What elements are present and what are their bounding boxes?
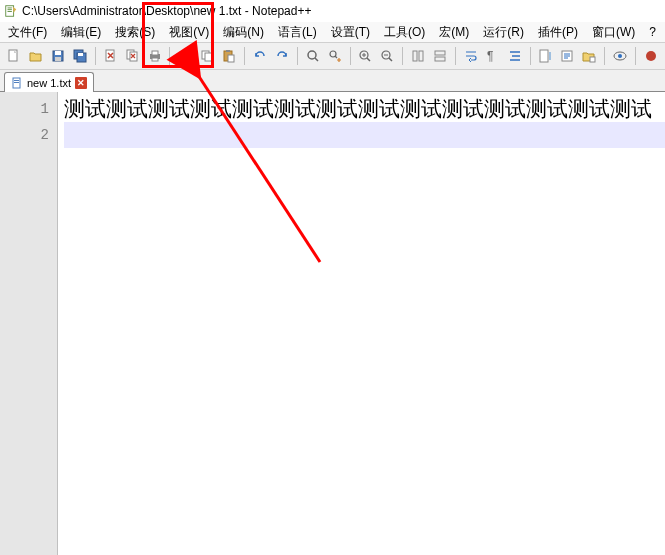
tabbar: new 1.txt ✕ (0, 70, 665, 92)
menu-search[interactable]: 搜索(S) (109, 22, 161, 43)
line-number-gutter: 1 2 (0, 92, 58, 555)
new-file-button[interactable] (4, 45, 24, 67)
toolbar-separator (402, 47, 403, 65)
toolbar-separator (244, 47, 245, 65)
menu-encoding[interactable]: 编码(N) (217, 22, 270, 43)
menu-settings[interactable]: 设置(T) (325, 22, 376, 43)
menu-file[interactable]: 文件(F) (2, 22, 53, 43)
svg-rect-2 (8, 9, 12, 10)
print-button[interactable] (145, 45, 165, 67)
svg-rect-1 (8, 8, 12, 9)
svg-rect-33 (540, 50, 548, 62)
file-tab[interactable]: new 1.txt ✕ (4, 72, 94, 92)
record-macro-button[interactable] (641, 45, 661, 67)
svg-point-24 (308, 51, 316, 59)
svg-rect-22 (226, 50, 230, 52)
save-button[interactable] (48, 45, 68, 67)
tab-label: new 1.txt (27, 77, 71, 89)
editor-area: 1 2 测试测试测试测试测试测试测试测试测试测试测试测试测试测试 (0, 92, 665, 555)
svg-point-39 (646, 51, 656, 61)
menu-macro[interactable]: 宏(M) (433, 22, 475, 43)
menu-run[interactable]: 运行(R) (477, 22, 530, 43)
doc-map-button[interactable] (536, 45, 556, 67)
close-button[interactable] (101, 45, 121, 67)
wordwrap-button[interactable] (461, 45, 481, 67)
line-number: 1 (0, 96, 49, 122)
svg-rect-7 (55, 57, 61, 61)
svg-rect-15 (152, 51, 158, 55)
svg-rect-31 (435, 57, 445, 61)
line-number: 2 (0, 122, 49, 148)
text-editor[interactable]: 测试测试测试测试测试测试测试测试测试测试测试测试测试测试 (58, 92, 665, 555)
menu-edit[interactable]: 编辑(E) (55, 22, 107, 43)
svg-rect-6 (55, 51, 61, 55)
svg-rect-3 (8, 11, 12, 12)
paste-button[interactable] (219, 45, 239, 67)
file-icon (11, 77, 23, 89)
indent-guide-button[interactable] (505, 45, 525, 67)
zoom-out-button[interactable] (377, 45, 397, 67)
text-line: 测试测试测试测试测试测试测试测试测试测试测试测试测试测试 (64, 96, 665, 122)
svg-rect-10 (78, 53, 83, 56)
menu-view[interactable]: 视图(V) (163, 22, 215, 43)
toolbar-separator (350, 47, 351, 65)
sync-hscroll-button[interactable] (430, 45, 450, 67)
folder-workspace-button[interactable] (579, 45, 599, 67)
menu-help[interactable]: ? (643, 23, 662, 41)
svg-rect-20 (205, 53, 212, 61)
zoom-in-button[interactable] (355, 45, 375, 67)
function-list-button[interactable] (557, 45, 577, 67)
replace-button[interactable] (325, 45, 345, 67)
current-line-highlight (64, 122, 665, 148)
toolbar-separator (530, 47, 531, 65)
svg-rect-34 (549, 52, 551, 60)
toolbar-separator (455, 47, 456, 65)
svg-rect-28 (413, 51, 417, 61)
toolbar-separator (604, 47, 605, 65)
save-all-button[interactable] (70, 45, 90, 67)
svg-point-38 (618, 54, 622, 58)
find-button[interactable] (303, 45, 323, 67)
svg-rect-29 (419, 51, 423, 61)
undo-button[interactable] (250, 45, 270, 67)
menu-language[interactable]: 语言(L) (272, 22, 323, 43)
svg-rect-30 (435, 51, 445, 55)
svg-rect-23 (228, 55, 234, 62)
tab-close-icon[interactable]: ✕ (75, 77, 87, 89)
toolbar-separator (95, 47, 96, 65)
menu-tools[interactable]: 工具(O) (378, 22, 431, 43)
cut-button[interactable] (175, 45, 195, 67)
svg-text:¶: ¶ (487, 49, 493, 63)
redo-button[interactable] (272, 45, 292, 67)
svg-rect-41 (14, 80, 19, 81)
sync-vscroll-button[interactable] (408, 45, 428, 67)
menu-plugins[interactable]: 插件(P) (532, 22, 584, 43)
svg-rect-4 (9, 50, 17, 61)
show-all-chars-button[interactable]: ¶ (483, 45, 503, 67)
copy-button[interactable] (197, 45, 217, 67)
open-file-button[interactable] (26, 45, 46, 67)
svg-rect-42 (14, 82, 19, 83)
window-titlebar: C:\Users\Administrator\Desktop\new 1.txt… (0, 0, 665, 22)
menu-window[interactable]: 窗口(W) (586, 22, 641, 43)
toolbar-separator (635, 47, 636, 65)
toolbar-separator (169, 47, 170, 65)
close-all-button[interactable] (123, 45, 143, 67)
monitor-button[interactable] (610, 45, 630, 67)
toolbar-separator (297, 47, 298, 65)
menubar: 文件(F) 编辑(E) 搜索(S) 视图(V) 编码(N) 语言(L) 设置(T… (0, 22, 665, 42)
app-icon (4, 4, 18, 18)
svg-rect-16 (152, 58, 158, 61)
svg-rect-36 (590, 57, 595, 62)
toolbar: ¶ (0, 42, 665, 70)
window-title: C:\Users\Administrator\Desktop\new 1.txt… (22, 4, 311, 18)
